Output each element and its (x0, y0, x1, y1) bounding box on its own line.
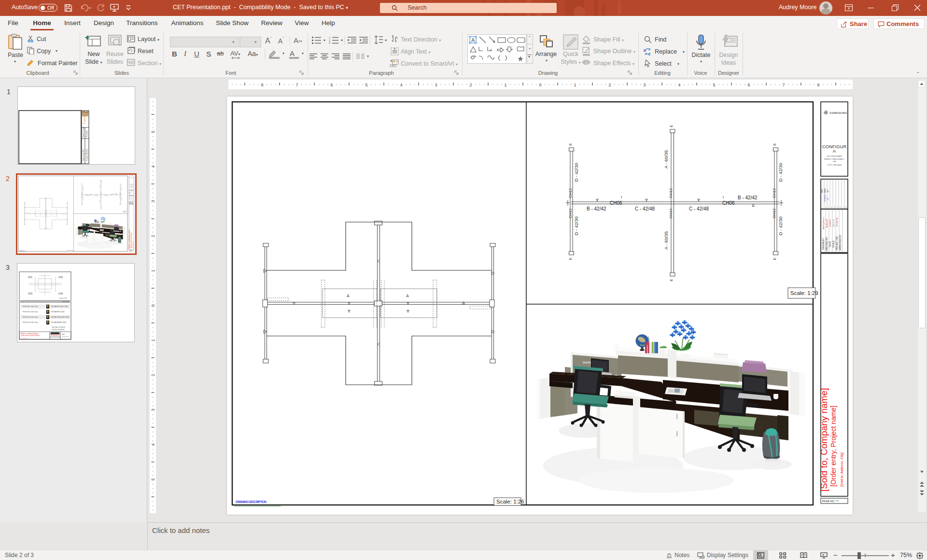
svg-text:BY: BY (827, 189, 829, 192)
svg-text:REV: REV (821, 189, 823, 193)
svg-text:4: 4 (834, 207, 835, 209)
svg-text:CH06: CH06 (610, 200, 622, 206)
svg-text:C - 42/48: C - 42/48 (689, 206, 709, 211)
svg-text:8: 8 (845, 207, 846, 209)
svg-text:D - 42/30: D - 42/30 (574, 216, 579, 235)
svg-text:5: 5 (151, 130, 155, 133)
svg-text:1: 1 (151, 269, 155, 272)
svg-text:2: 2 (151, 235, 155, 237)
svg-text:CET: CET (62, 334, 65, 336)
svg-text:PCH-01 Plus Office Chair: PCH-01 Plus Office Chair (23, 322, 38, 323)
svg-text:3: 3 (831, 207, 832, 209)
svg-text:2: 2 (828, 207, 829, 209)
svg-text:E: E (100, 180, 101, 181)
svg-text:5: 5 (132, 195, 132, 196)
svg-text:7: 7 (843, 207, 843, 209)
svg-text:CH12: CH12 (772, 208, 776, 218)
svg-text:4: 4 (400, 83, 402, 87)
svg-text:E: E (669, 279, 674, 281)
svg-text:D - 42/30: D - 42/30 (778, 163, 783, 182)
svg-text:4: 4 (131, 195, 132, 196)
svg-text:PCH-01 Plus Office Chair: PCH-01 Plus Office Chair (23, 306, 38, 308)
svg-text:DRAWN BY:: DRAWN BY: (822, 238, 825, 250)
svg-text:D - 42/30: D - 42/30 (121, 187, 122, 191)
svg-text:1/4"=1'-0": 1/4"=1'-0" (832, 219, 835, 227)
svg-text:5: 5 (837, 207, 838, 209)
svg-text:CH4: CH4 (58, 293, 63, 295)
svg-text:Scale: 1:26: Scale: 1:26 (68, 250, 74, 251)
svg-text:CH3: CH3 (28, 293, 32, 295)
svg-text:5: 5 (713, 83, 715, 87)
svg-text:E: E (82, 205, 82, 206)
svg-text:Total Office: $1,280.00: Total Office: $1,280.00 (52, 326, 65, 328)
svg-text:0: 0 (539, 83, 541, 87)
svg-text:Frame: Frame (83, 115, 86, 124)
svg-text:E: E (568, 257, 573, 260)
svg-text:[Address city]: [Address city] (21, 337, 28, 339)
svg-text:D - 42/30: D - 42/30 (83, 187, 84, 191)
svg-text:A - 60/35: A - 60/35 (99, 185, 100, 188)
svg-text:7: 7 (295, 83, 298, 87)
svg-text:2: 2 (130, 195, 131, 196)
svg-text:1: 1 (825, 207, 826, 209)
svg-text:2: 2 (151, 374, 155, 376)
svg-text:E: E (669, 125, 674, 127)
svg-text:00/00/00: 00/00/00 (130, 197, 131, 199)
svg-text:1: 1 (151, 339, 155, 341)
svg-text:APPROVED BY:: APPROVED BY: (839, 234, 842, 250)
svg-text:B - 42/42: B - 42/42 (587, 206, 606, 211)
svg-text:Audrey Moore: Audrey Moore (822, 217, 825, 229)
svg-text:[Sold to, Company name]: [Sold to, Company name] (819, 388, 829, 491)
svg-text:CHECKED BY:: CHECKED BY: (130, 201, 130, 204)
svg-text:5: 5 (151, 478, 155, 480)
svg-text:E: E (772, 143, 777, 145)
svg-text:Part Number Option/Descriptio: Part Number Option/Description Preview/C… (21, 301, 62, 303)
svg-text:CH12: CH12 (669, 208, 673, 218)
svg-text:CET DESIGNER: CET DESIGNER (827, 155, 842, 157)
svg-text:3: 3 (151, 408, 155, 411)
svg-text:BY: BY (130, 192, 130, 193)
svg-text:XX: XX (130, 194, 130, 195)
svg-text:CH06: CH06 (722, 200, 735, 206)
svg-text:1: 1 (504, 83, 506, 87)
svg-text:00-000-00: 00-000-00 (132, 197, 132, 199)
svg-text:00/00/00: 00/00/00 (129, 193, 130, 195)
svg-text:DRAWING DESCRIPTION: DRAWING DESCRIPTION (236, 500, 267, 504)
svg-text:Scale: 1:26: Scale: 1:26 (496, 499, 524, 504)
svg-text:XX: XX (827, 197, 829, 200)
svg-text:CH12: CH12 (82, 192, 82, 194)
svg-text:1: 1 (574, 83, 576, 87)
svg-text:A - 60/35: A - 60/35 (663, 231, 669, 250)
svg-text:DATE: DATE (824, 188, 826, 193)
svg-text:E: E (120, 205, 120, 206)
svg-text:PROJECT NO:: PROJECT NO: (132, 200, 132, 203)
svg-text:Scale: 1:29: Scale: 1:29 (790, 290, 818, 296)
svg-text:CHECKED BY:: CHECKED BY: (826, 237, 828, 251)
svg-text:CET DESIGNER: CET DESIGNER (130, 185, 133, 186)
svg-text:CH06: CH06 (89, 194, 92, 195)
svg-text:8: 8 (817, 83, 819, 87)
svg-text:Audrey Moore: Audrey Moore (128, 197, 129, 199)
svg-text:CH3 SEA TURQUOISE 1 $320: CH3 SEA TURQUOISE 1 $320 (51, 316, 70, 318)
svg-text:A - 60/35: A - 60/35 (99, 200, 100, 203)
svg-text:CONFIGURA: CONFIGURA (62, 336, 69, 337)
svg-text:6: 6 (747, 83, 750, 87)
svg-text:4: 4 (151, 165, 155, 168)
svg-text:E: E (568, 143, 573, 145)
svg-text:CONFIGURA: CONFIGURA (130, 177, 134, 178)
svg-text:CH12: CH12 (568, 208, 573, 218)
svg-text:CH4 SEA GREEN 1 $320: CH4 SEA GREEN 1 $320 (51, 322, 66, 323)
svg-text:CH12: CH12 (82, 196, 82, 197)
svg-text:PAGE NO: ??: PAGE NO: ?? (129, 250, 133, 251)
svg-text:OM: OM (833, 160, 836, 163)
svg-text:C - 42/48: C - 42/48 (635, 206, 655, 211)
svg-text:Designer Audrey: Designer Audrey (86, 149, 88, 161)
svg-text:7: 7 (782, 83, 785, 87)
svg-text:3: 3 (131, 195, 131, 196)
svg-text:3: 3 (329, 42, 330, 44)
svg-text:3: 3 (435, 83, 437, 87)
svg-text:[Sold to, Company name]: [Sold to, Company name] (128, 230, 130, 249)
svg-text:SCALE:: SCALE: (832, 240, 835, 248)
svg-text:Sold to Comp: Sold to Comp (83, 127, 84, 137)
svg-text:CH12: CH12 (772, 188, 776, 198)
